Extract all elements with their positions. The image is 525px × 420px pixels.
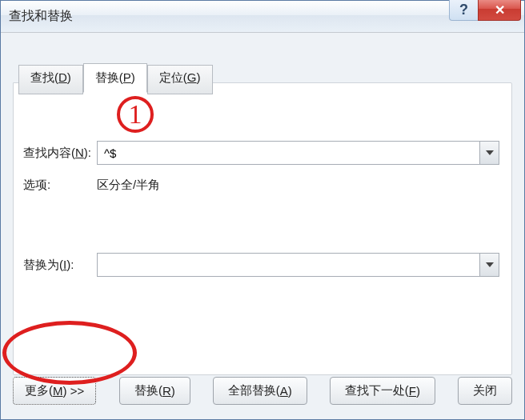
chevron-down-icon bbox=[486, 150, 494, 155]
find-label: 查找内容(N): bbox=[23, 146, 97, 161]
more-button[interactable]: 更多(M) >> bbox=[13, 377, 96, 405]
replace-button[interactable]: 替换(R) bbox=[119, 377, 190, 405]
close-icon: ✕ bbox=[495, 2, 505, 18]
options-row: 选项: 区分全/半角 bbox=[23, 178, 499, 193]
tabstrip: 查找(D) 替换(P) 定位(G) bbox=[18, 63, 213, 93]
close-button[interactable]: 关闭 bbox=[458, 377, 512, 405]
titlebar-buttons: ? ✕ bbox=[449, 1, 524, 32]
replace-row: 替换为(I): bbox=[23, 253, 499, 277]
replace-all-button[interactable]: 全部替换(A) bbox=[213, 377, 307, 405]
tab-replace[interactable]: 替换(P) bbox=[83, 63, 147, 93]
find-next-button[interactable]: 查找下一处(F) bbox=[330, 377, 435, 405]
find-input[interactable] bbox=[98, 142, 479, 164]
help-button[interactable]: ? bbox=[449, 0, 478, 21]
dialog-title: 查找和替换 bbox=[9, 8, 449, 25]
options-label: 选项: bbox=[23, 178, 97, 193]
dialog-client: 查找(D) 替换(P) 定位(G) 查找内容(N): bbox=[1, 33, 524, 419]
find-combo[interactable] bbox=[97, 141, 499, 165]
replace-input[interactable] bbox=[98, 254, 479, 276]
replace-dropdown-button[interactable] bbox=[479, 254, 499, 276]
options-value: 区分全/半角 bbox=[97, 178, 160, 193]
button-bar-right: 替换(R) 全部替换(A) 查找下一处(F) 关闭 bbox=[119, 377, 512, 405]
replace-label: 替换为(I): bbox=[23, 258, 97, 273]
find-replace-dialog: 查找和替换 ? ✕ 查找(D) 替换(P) 定位(G) bbox=[0, 0, 525, 420]
chevron-down-icon bbox=[486, 262, 494, 267]
close-window-button[interactable]: ✕ bbox=[478, 0, 521, 21]
replace-combo[interactable] bbox=[97, 253, 499, 277]
tab-find[interactable]: 查找(D) bbox=[18, 65, 83, 94]
help-icon: ? bbox=[459, 2, 468, 18]
tab-goto[interactable]: 定位(G) bbox=[147, 65, 213, 94]
button-bar: 更多(M) >> 替换(R) 全部替换(A) 查找下一处(F) 关闭 bbox=[13, 377, 512, 405]
find-row: 查找内容(N): bbox=[23, 141, 499, 165]
find-dropdown-button[interactable] bbox=[479, 142, 499, 164]
content-frame: 查找内容(N): 选项: 区分全/半角 替换为(I): bbox=[13, 82, 512, 375]
titlebar: 查找和替换 ? ✕ bbox=[1, 1, 524, 33]
